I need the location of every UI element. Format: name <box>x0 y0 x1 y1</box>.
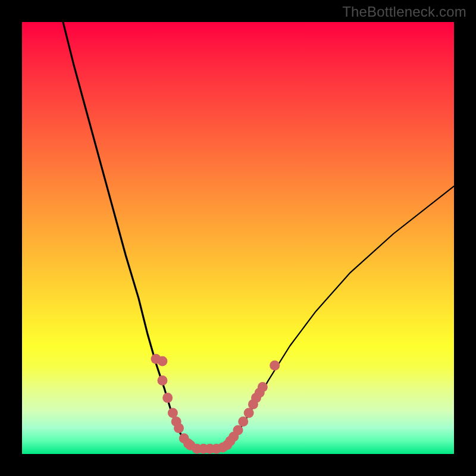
chart-svg <box>22 22 454 454</box>
marker-group <box>151 354 280 454</box>
highlight-dot <box>233 425 243 436</box>
highlight-dot <box>162 393 173 403</box>
highlight-dot <box>168 408 178 418</box>
curve-curve-left <box>63 22 195 449</box>
curve-curve-right <box>221 186 454 449</box>
highlight-dot <box>238 416 248 427</box>
highlight-dot <box>244 408 254 418</box>
highlight-dot <box>270 361 280 371</box>
watermark-text: TheBottleneck.com <box>342 4 466 20</box>
highlight-dot <box>258 382 268 392</box>
chart-frame: TheBottleneck.com <box>0 0 476 476</box>
chart-plot-area <box>22 22 454 454</box>
highlight-dot <box>157 356 167 366</box>
highlight-dot <box>157 375 167 386</box>
highlight-dot <box>174 423 184 433</box>
